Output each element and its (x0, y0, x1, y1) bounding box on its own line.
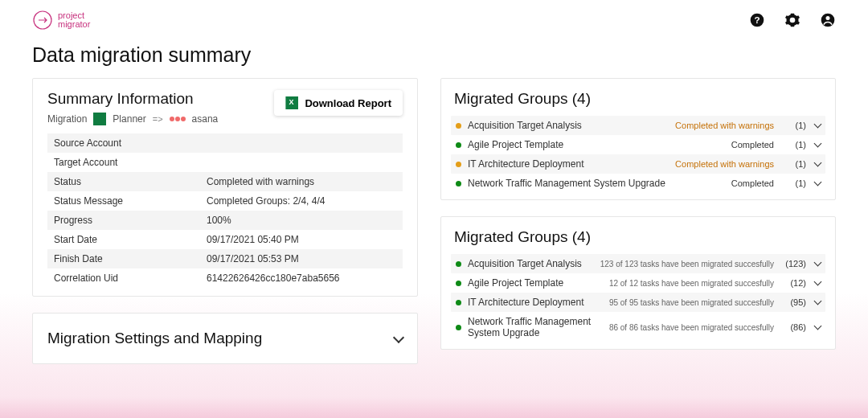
group-name: IT Architecture Deployment (468, 297, 603, 308)
summary-card: Summary Information Migration Planner =>… (32, 78, 418, 297)
group-sub: 95 of 95 tasks have been migrated succes… (609, 298, 774, 307)
group-count: (123) (780, 259, 806, 268)
migrated-groups-status-card: Migrated Groups (4) Acquisition Target A… (440, 78, 836, 200)
group-name: IT Architecture Deployment (468, 158, 669, 170)
chevron-down-icon[interactable] (814, 140, 822, 148)
excel-icon (285, 96, 298, 109)
status-dot-icon (456, 261, 461, 267)
group-name: Acquisition Target Analysis (468, 258, 594, 269)
logo-icon (32, 10, 53, 31)
summary-value: Completed with warnings (200, 172, 403, 191)
summary-key: Status (47, 172, 200, 191)
group-status-row[interactable]: Network Traffic Management System Upgrad… (451, 174, 825, 193)
group-name: Network Traffic Management System Upgrad… (468, 316, 603, 338)
summary-key: Correlation Uid (47, 268, 200, 288)
groups-tasks-title: Migrated Groups (4) (451, 228, 825, 246)
summary-row: Target Account (47, 153, 403, 172)
planner-label: Planner (113, 113, 145, 125)
right-column: Migrated Groups (4) Acquisition Target A… (440, 78, 836, 364)
group-sub: 123 of 123 tasks have been migrated succ… (600, 260, 774, 268)
migration-flow: Migration Planner => asana (47, 113, 218, 125)
group-count: (1) (780, 121, 806, 130)
group-status: Completed (731, 178, 774, 188)
summary-key: Start Date (47, 230, 200, 249)
status-dot-icon (456, 181, 461, 186)
chevron-down-icon (393, 331, 404, 342)
planner-icon (93, 113, 106, 125)
status-dot-icon (456, 142, 461, 148)
group-count: (1) (780, 140, 806, 150)
summary-row: Finish Date09/17/2021 05:53 PM (47, 249, 403, 268)
summary-value: 100% (200, 211, 403, 230)
arrow-icon: => (153, 114, 163, 124)
group-name: Acquisition Target Analysis (468, 120, 669, 131)
svg-text:?: ? (754, 14, 760, 25)
group-tasks-row[interactable]: Agile Project Template12 of 12 tasks hav… (451, 273, 825, 293)
summary-row: Correlation Uid61422626426cc180e7aba5656 (47, 268, 403, 288)
group-status-row[interactable]: Agile Project TemplateCompleted(1) (451, 135, 825, 154)
summary-value: Completed Groups: 2/4, 4/4 (200, 191, 403, 211)
group-status: Completed with warnings (675, 159, 774, 169)
summary-title: Summary Information (47, 90, 218, 108)
group-name: Agile Project Template (468, 277, 603, 289)
summary-key: Progress (47, 211, 200, 230)
chevron-down-icon[interactable] (814, 259, 822, 267)
group-tasks-row[interactable]: IT Architecture Deployment95 of 95 tasks… (451, 293, 825, 312)
summary-row: StatusCompleted with warnings (47, 172, 403, 191)
migration-settings-card[interactable]: Migration Settings and Mapping (32, 313, 418, 364)
group-status-row[interactable]: IT Architecture DeploymentCompleted with… (451, 154, 825, 174)
summary-value: 09/17/2021 05:53 PM (200, 249, 403, 268)
summary-row: Start Date09/17/2021 05:40 PM (47, 230, 403, 249)
group-tasks-row[interactable]: Network Traffic Management System Upgrad… (451, 312, 825, 342)
summary-key: Status Message (47, 191, 200, 211)
help-icon[interactable]: ? (749, 12, 765, 28)
group-count: (95) (780, 297, 806, 307)
summary-value: 61422626426cc180e7aba5656 (200, 268, 403, 288)
summary-key: Target Account (47, 153, 200, 172)
asana-label: asana (192, 113, 219, 125)
group-count: (1) (780, 159, 806, 169)
svg-point-4 (826, 16, 830, 20)
logo-migrator: migrator (58, 20, 90, 29)
user-icon[interactable] (820, 12, 836, 28)
groups-status-title: Migrated Groups (4) (451, 90, 825, 108)
chevron-down-icon[interactable] (814, 322, 822, 330)
summary-row: Progress100% (47, 211, 403, 230)
download-label: Download Report (305, 97, 391, 109)
summary-value (200, 153, 403, 172)
group-sub: 12 of 12 tasks have been migrated succes… (609, 279, 774, 288)
gear-icon[interactable] (784, 12, 800, 28)
group-count: (12) (780, 278, 806, 288)
group-name: Agile Project Template (468, 139, 725, 150)
chevron-down-icon[interactable] (814, 159, 822, 167)
status-dot-icon (456, 300, 461, 305)
summary-value (200, 133, 403, 153)
left-column: Summary Information Migration Planner =>… (32, 78, 418, 364)
summary-key: Finish Date (47, 249, 200, 268)
group-status-row[interactable]: Acquisition Target AnalysisCompleted wit… (451, 116, 825, 135)
logo[interactable]: project migrator (32, 10, 90, 31)
header-actions: ? (749, 12, 836, 28)
status-dot-icon (456, 325, 461, 330)
group-tasks-row[interactable]: Acquisition Target Analysis123 of 123 ta… (451, 254, 825, 273)
asana-icon (170, 117, 186, 121)
migration-label: Migration (47, 113, 87, 125)
content: Summary Information Migration Planner =>… (0, 78, 868, 364)
summary-value: 09/17/2021 05:40 PM (200, 230, 403, 249)
group-name: Network Traffic Management System Upgrad… (468, 178, 725, 189)
migrated-groups-tasks-card: Migrated Groups (4) Acquisition Target A… (440, 216, 836, 350)
summary-row: Source Account (47, 133, 403, 153)
group-count: (86) (780, 322, 806, 332)
download-report-button[interactable]: Download Report (274, 90, 403, 116)
group-status: Completed with warnings (675, 121, 774, 130)
chevron-down-icon[interactable] (814, 121, 822, 129)
settings-title: Migration Settings and Mapping (47, 330, 262, 347)
chevron-down-icon[interactable] (814, 297, 822, 305)
chevron-down-icon[interactable] (814, 178, 822, 186)
summary-row: Status MessageCompleted Groups: 2/4, 4/4 (47, 191, 403, 211)
header: project migrator ? (0, 0, 868, 39)
summary-table: Source AccountTarget AccountStatusComple… (47, 133, 403, 288)
status-dot-icon (456, 281, 461, 286)
chevron-down-icon[interactable] (814, 278, 822, 286)
group-count: (1) (780, 178, 806, 188)
